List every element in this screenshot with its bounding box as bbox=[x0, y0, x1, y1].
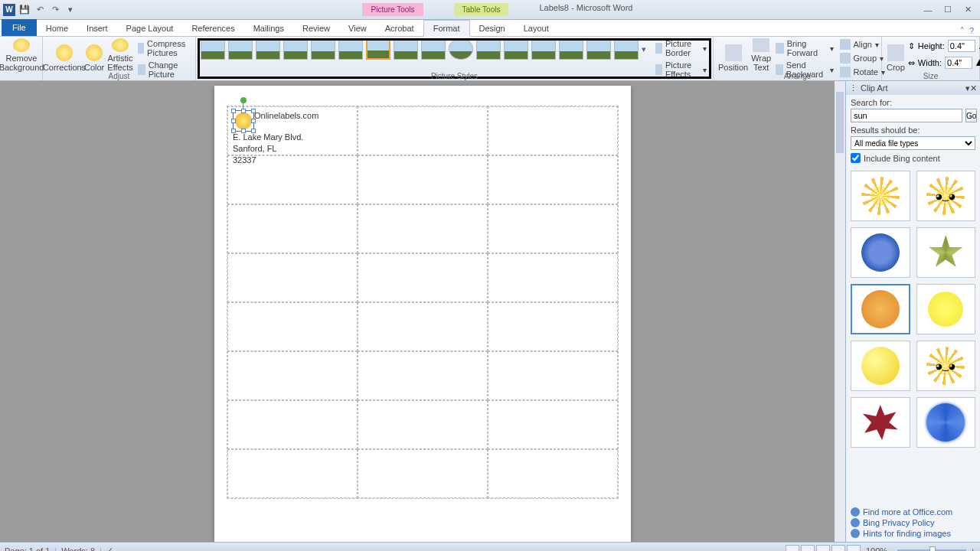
tab-acrobat[interactable]: Acrobat bbox=[376, 21, 423, 36]
remove-background-button[interactable]: Remove Background bbox=[5, 38, 38, 72]
save-icon[interactable]: 💾 bbox=[18, 4, 31, 16]
clipart-result[interactable] bbox=[916, 227, 976, 278]
search-input[interactable] bbox=[851, 109, 962, 122]
inserted-clipart[interactable] bbox=[233, 110, 254, 132]
label-cell[interactable] bbox=[488, 204, 618, 253]
address-line[interactable]: Onlinelabels.com bbox=[254, 111, 318, 120]
resize-handle[interactable] bbox=[241, 109, 246, 113]
label-cell[interactable] bbox=[358, 302, 488, 351]
bring-forward-button[interactable]: Bring Forward ▾ bbox=[774, 38, 835, 58]
maximize-button[interactable]: ☐ bbox=[939, 4, 957, 16]
label-cell[interactable] bbox=[358, 155, 488, 204]
label-cell[interactable] bbox=[488, 253, 618, 302]
tab-layout[interactable]: Layout bbox=[514, 21, 558, 36]
label-cell[interactable] bbox=[488, 302, 618, 351]
label-cell[interactable] bbox=[358, 204, 488, 253]
help-icon[interactable]: ? bbox=[969, 26, 974, 36]
clipart-result[interactable] bbox=[916, 341, 976, 391]
resize-handle[interactable] bbox=[251, 109, 256, 113]
artistic-effects-button[interactable]: Artistic Effects bbox=[107, 38, 132, 72]
results-panel[interactable] bbox=[846, 166, 980, 504]
zoom-out-icon[interactable]: − bbox=[887, 546, 892, 552]
tab-references[interactable]: References bbox=[182, 21, 243, 36]
label-cell[interactable] bbox=[488, 106, 618, 155]
label-cell[interactable] bbox=[488, 400, 618, 449]
clipart-result[interactable] bbox=[916, 171, 976, 221]
label-cell[interactable] bbox=[358, 253, 488, 302]
compress-pictures-button[interactable]: Compress Pictures bbox=[136, 38, 191, 58]
pane-grip-icon[interactable]: ⋮ bbox=[849, 83, 858, 93]
results-select[interactable]: All media file types bbox=[851, 136, 975, 150]
draft-view[interactable] bbox=[847, 545, 861, 552]
spinner-icon[interactable]: ⯅⯆ bbox=[975, 58, 980, 67]
print-layout-view[interactable] bbox=[786, 545, 799, 552]
hints-link[interactable]: Hints for finding images bbox=[851, 528, 975, 539]
clipart-result[interactable] bbox=[851, 397, 910, 448]
tab-mailings[interactable]: Mailings bbox=[244, 21, 293, 36]
zoom-in-icon[interactable]: + bbox=[971, 546, 975, 552]
picture-style-thumb[interactable] bbox=[366, 38, 390, 60]
group-button[interactable]: Group ▾ bbox=[838, 52, 887, 64]
office-link[interactable]: Find more at Office.com bbox=[851, 507, 975, 517]
zoom-level[interactable]: 100% bbox=[866, 546, 887, 552]
clipart-result[interactable] bbox=[851, 227, 910, 278]
color-button[interactable]: Color bbox=[84, 38, 104, 72]
label-cell[interactable] bbox=[358, 106, 488, 155]
label-cell[interactable] bbox=[227, 351, 358, 400]
label-cell[interactable] bbox=[227, 253, 358, 302]
undo-icon[interactable]: ↶ bbox=[34, 4, 46, 16]
tab-view[interactable]: View bbox=[339, 21, 376, 36]
full-screen-view[interactable] bbox=[801, 545, 815, 552]
label-cell[interactable] bbox=[358, 351, 488, 400]
clipart-result[interactable] bbox=[916, 284, 976, 334]
tab-design[interactable]: Design bbox=[470, 21, 514, 36]
resize-handle[interactable] bbox=[251, 119, 256, 123]
qat-dropdown-icon[interactable]: ▾ bbox=[64, 4, 77, 16]
label-cell[interactable] bbox=[488, 155, 618, 204]
clipart-result[interactable] bbox=[851, 341, 910, 391]
label-cell[interactable] bbox=[227, 449, 358, 498]
vertical-scrollbar[interactable] bbox=[835, 81, 845, 542]
include-bing-checkbox[interactable] bbox=[851, 153, 861, 163]
tab-insert[interactable]: Insert bbox=[77, 21, 117, 36]
address-line[interactable]: 32337 bbox=[233, 155, 256, 165]
rotate-handle[interactable] bbox=[240, 97, 247, 103]
resize-handle[interactable] bbox=[231, 109, 236, 113]
resize-handle[interactable] bbox=[241, 129, 246, 133]
clipart-result[interactable] bbox=[916, 397, 976, 448]
web-layout-view[interactable] bbox=[816, 545, 830, 552]
resize-handle[interactable] bbox=[231, 119, 236, 123]
address-line[interactable]: Sanford, FL bbox=[233, 144, 276, 153]
proofing-icon[interactable]: ✓ bbox=[106, 546, 113, 551]
corrections-button[interactable]: Corrections bbox=[47, 38, 81, 72]
go-button[interactable]: Go bbox=[965, 109, 977, 122]
clipart-result[interactable] bbox=[851, 171, 910, 221]
ribbon-minimize-icon[interactable]: ˄ bbox=[960, 26, 965, 36]
close-button[interactable]: ✕ bbox=[959, 4, 977, 16]
file-tab[interactable]: File bbox=[2, 19, 37, 36]
label-cell[interactable] bbox=[227, 400, 358, 449]
resize-handle[interactable] bbox=[251, 129, 256, 133]
outline-view[interactable] bbox=[831, 545, 845, 552]
label-cell[interactable] bbox=[227, 204, 358, 253]
redo-icon[interactable]: ↷ bbox=[49, 4, 61, 16]
tab-format[interactable]: Format bbox=[423, 20, 470, 37]
privacy-link[interactable]: Bing Privacy Policy bbox=[851, 517, 975, 528]
label-cell[interactable] bbox=[358, 400, 488, 449]
width-input[interactable] bbox=[945, 57, 972, 69]
minimize-button[interactable]: — bbox=[919, 4, 937, 16]
height-input[interactable] bbox=[948, 40, 975, 52]
label-cell[interactable] bbox=[227, 302, 358, 351]
position-button[interactable]: Position bbox=[718, 38, 748, 72]
tab-page-layout[interactable]: Page Layout bbox=[117, 21, 183, 36]
address-line[interactable]: E. Lake Mary Blvd. bbox=[233, 132, 303, 142]
label-cell[interactable] bbox=[488, 449, 618, 498]
wrap-text-button[interactable]: Wrap Text bbox=[751, 38, 771, 72]
crop-button[interactable]: Crop bbox=[887, 38, 905, 72]
label-cell[interactable] bbox=[358, 449, 488, 498]
clipart-result[interactable] bbox=[851, 284, 910, 334]
document-area[interactable]: Onlinelabels.com E. Lake Mary Blvd. Sanf… bbox=[0, 81, 845, 542]
page-status[interactable]: Page: 1 of 1 bbox=[5, 546, 50, 552]
align-button[interactable]: Align ▾ bbox=[838, 38, 887, 51]
label-cell[interactable]: Onlinelabels.com E. Lake Mary Blvd. Sanf… bbox=[227, 106, 358, 155]
